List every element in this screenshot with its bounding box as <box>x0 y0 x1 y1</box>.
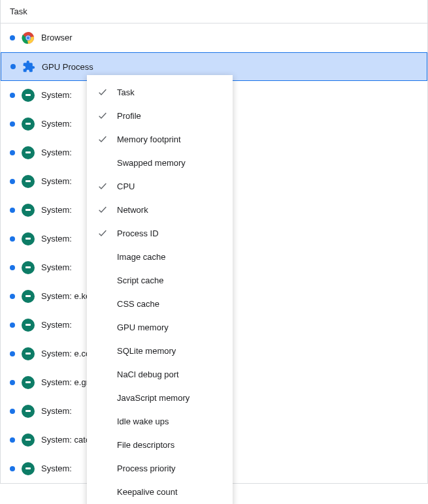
system-process-icon <box>22 319 35 332</box>
bullet-icon <box>10 323 15 328</box>
menu-item-label: Memory footprint <box>117 134 181 144</box>
menu-item-label: Task <box>117 87 135 97</box>
system-process-icon <box>22 261 35 274</box>
menu-item[interactable]: Task <box>87 80 233 104</box>
menu-item[interactable]: Profile <box>87 104 233 127</box>
check-icon <box>97 134 108 144</box>
bullet-icon <box>10 466 15 471</box>
bullet-icon <box>10 208 15 213</box>
check-icon <box>97 322 108 332</box>
menu-item-label: CPU <box>117 181 135 191</box>
system-process-icon <box>22 405 35 418</box>
menu-item[interactable]: Idle wake ups <box>87 409 233 433</box>
system-process-icon <box>22 118 35 131</box>
check-icon <box>97 486 108 497</box>
bullet-icon <box>10 265 15 270</box>
menu-item-label: Process ID <box>117 228 159 238</box>
bullet-icon <box>10 121 15 127</box>
menu-item[interactable]: Process priority <box>87 456 233 480</box>
menu-item-label: Swapped memory <box>117 158 186 168</box>
check-icon <box>97 369 108 379</box>
menu-item-label: Keepalive count <box>117 487 178 497</box>
menu-item-label: Network <box>117 205 148 215</box>
bullet-icon <box>10 351 15 356</box>
menu-item-label: Profile <box>117 111 141 121</box>
check-icon <box>97 157 108 168</box>
check-icon <box>97 110 108 121</box>
bullet-icon <box>10 294 15 299</box>
bullet-icon <box>10 179 15 184</box>
check-icon <box>97 392 108 403</box>
column-header-task[interactable]: Task <box>1 0 427 24</box>
system-process-icon <box>22 347 35 360</box>
bullet-icon <box>10 93 15 98</box>
system-process-icon <box>22 376 35 389</box>
system-process-icon <box>22 175 35 188</box>
bullet-icon <box>10 409 15 414</box>
bullet-icon <box>10 437 15 443</box>
menu-item[interactable]: Script cache <box>87 268 233 292</box>
menu-item-label: NaCl debug port <box>117 370 179 379</box>
column-header-task-label: Task <box>10 7 27 16</box>
bullet-icon <box>10 236 15 242</box>
check-icon <box>97 439 108 450</box>
check-icon <box>97 228 108 238</box>
menu-item[interactable]: Swapped memory <box>87 151 233 174</box>
menu-item-label: GPU memory <box>117 323 169 332</box>
system-process-icon <box>22 232 35 245</box>
menu-item[interactable]: Keepalive count <box>87 480 233 503</box>
system-process-icon <box>22 89 35 102</box>
menu-item-label: SQLite memory <box>117 346 176 356</box>
menu-item-label: Process priority <box>117 464 176 473</box>
menu-item[interactable]: NaCl debug port <box>87 362 233 386</box>
menu-item[interactable]: JavaScript memory <box>87 386 233 409</box>
bullet-icon <box>10 64 16 69</box>
check-icon <box>97 416 108 426</box>
system-process-icon <box>22 204 35 217</box>
check-icon <box>97 298 108 309</box>
check-icon <box>97 181 108 191</box>
menu-item-label: CSS cache <box>117 299 159 309</box>
task-name: GPU Process <box>42 62 418 72</box>
menu-item-label: Idle wake ups <box>117 417 169 426</box>
bullet-icon <box>10 150 15 155</box>
check-icon <box>97 87 108 97</box>
system-process-icon <box>22 433 35 447</box>
menu-item[interactable]: File descriptors <box>87 433 233 456</box>
menu-item-label: Image cache <box>117 252 165 262</box>
menu-item[interactable]: GPU memory <box>87 315 233 339</box>
system-process-icon <box>22 462 35 475</box>
chrome-icon <box>22 31 35 44</box>
menu-item-label: File descriptors <box>117 440 174 450</box>
column-context-menu: TaskProfileMemory footprintSwapped memor… <box>87 75 233 504</box>
menu-item[interactable]: SQLite memory <box>87 339 233 362</box>
check-icon <box>97 345 108 356</box>
menu-item[interactable]: Process ID <box>87 221 233 245</box>
task-name: Browser <box>41 33 418 42</box>
menu-item[interactable]: Network <box>87 198 233 221</box>
menu-item[interactable]: CPU <box>87 174 233 198</box>
check-icon <box>97 251 108 262</box>
check-icon <box>97 275 108 285</box>
menu-item-label: Script cache <box>117 276 164 285</box>
menu-item-label: JavaScript memory <box>117 393 189 403</box>
system-process-icon <box>22 146 35 159</box>
check-icon <box>97 463 108 473</box>
table-row[interactable]: Browser <box>1 24 427 52</box>
bullet-icon <box>10 380 15 385</box>
menu-item[interactable]: Memory footprint <box>87 127 233 151</box>
menu-item[interactable]: CSS cache <box>87 292 233 315</box>
extension-icon <box>22 60 35 73</box>
bullet-icon <box>10 35 15 40</box>
menu-item[interactable]: Image cache <box>87 245 233 268</box>
check-icon <box>97 204 108 215</box>
system-process-icon <box>22 290 35 303</box>
